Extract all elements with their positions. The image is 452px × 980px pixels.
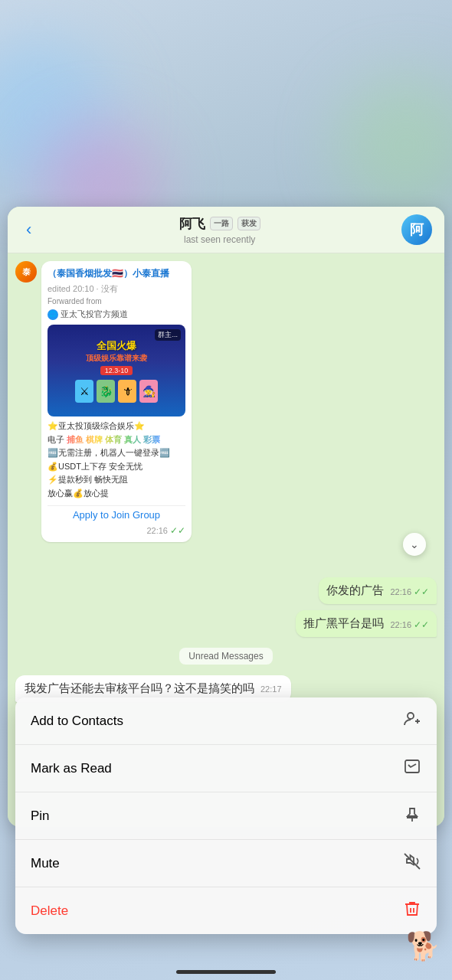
group-tag: 群主... [155, 329, 181, 341]
sent-text-2: 推广黑平台是吗 [303, 616, 384, 629]
person-add-icon [403, 710, 421, 732]
promo-characters: ⚔ 🐉 🗡 🧙 [75, 380, 158, 403]
sent-bubble-2: 推广黑平台是吗 22:16 ✓✓ [296, 610, 437, 637]
avatar[interactable]: 阿 [401, 214, 432, 245]
context-menu-pin[interactable]: Pin [15, 792, 437, 840]
message-sent-1: 你发的广告 22:16 ✓✓ [319, 577, 437, 604]
add-contacts-label: Add to Contacts [31, 714, 123, 729]
context-menu-mute[interactable]: Mute [15, 840, 437, 887]
context-menu-add-contacts[interactable]: Add to Contacts [15, 697, 437, 745]
mark-read-icon [403, 757, 421, 779]
contact-name-row: 阿飞 一路 获发 [38, 215, 401, 233]
dog-sticker: 🐕 [406, 930, 444, 969]
pin-label: Pin [31, 808, 50, 824]
unread-divider: Unread Messages [179, 648, 272, 665]
online-status: last seen recently [38, 234, 401, 245]
promo-text-items: ⭐亚太投顶级综合娱乐⭐ 电子 捕鱼 棋牌 体育 真人 彩票 🆓无需注册，机器人一… [47, 420, 185, 501]
forwarded-message-bubble: （泰国香烟批发🇹🇭）小泰直播 edited 20:10 · 没有 Forward… [41, 261, 192, 542]
msg-time-1: 22:16 ✓✓ [47, 525, 185, 536]
delete-icon [403, 900, 421, 922]
mute-label: Mute [31, 856, 60, 871]
badge-1: 一路 [210, 217, 233, 230]
forwarded-label: Forwarded from [47, 297, 185, 305]
svg-point-0 [408, 713, 414, 719]
home-indicator [176, 970, 276, 974]
mute-icon [403, 852, 421, 874]
scroll-down-button[interactable]: ⌄ [403, 533, 426, 556]
received-plain-text: 我发广告还能去审核平台吗？这不是搞笑的吗 [25, 681, 254, 694]
pin-icon [403, 805, 421, 827]
channel-name: 🌐 亚太飞投官方频道 [47, 309, 185, 320]
sent-time-1: 22:16 ✓✓ [390, 586, 429, 597]
mark-read-label: Mark as Read [31, 761, 112, 776]
chat-header: ‹ 阿飞 一路 获发 last seen recently 阿 [8, 207, 444, 253]
msg-header: （泰国香烟批发🇹🇭）小泰直播 [47, 267, 185, 280]
back-button[interactable]: ‹ [20, 217, 38, 243]
promo-subtitle-text: 顶级娱乐靠谱来袭 [86, 353, 147, 364]
apply-join-group[interactable]: Apply to Join Group [47, 505, 185, 524]
context-menu-mark-read[interactable]: Mark as Read [15, 745, 437, 792]
promo-date: 12.3-10 [100, 366, 133, 375]
message-sent-2: 推广黑平台是吗 22:16 ✓✓ [296, 610, 437, 637]
promo-container: 全国火爆 顶级娱乐靠谱来袭 12.3-10 ⚔ 🐉 🗡 🧙 群主... [47, 325, 185, 416]
contact-name: 阿飞 [179, 215, 205, 233]
context-menu: Add to Contacts Mark as Read Pin [15, 697, 437, 934]
badge-2: 获发 [237, 217, 260, 230]
sender-name: （泰国香烟批发🇹🇭）小泰直播 [47, 267, 169, 280]
sent-time-2: 22:16 ✓✓ [390, 619, 429, 630]
sent-bubble-1: 你发的广告 22:16 ✓✓ [319, 577, 437, 604]
message-received-forwarded: 泰 （泰国香烟批发🇹🇭）小泰直播 edited 20:10 · 没有 Forwa… [15, 261, 192, 542]
promo-title: 全国火爆 [97, 339, 136, 353]
sender-avatar: 泰 [15, 261, 37, 283]
edited-label: edited 20:10 · 没有 [47, 283, 185, 295]
sent-text-1: 你发的广告 [326, 583, 384, 596]
header-center: 阿飞 一路 获发 last seen recently [38, 215, 401, 245]
received-plain-time: 22:17 [260, 684, 282, 694]
context-menu-delete[interactable]: Delete [15, 887, 437, 934]
delete-label: Delete [31, 903, 68, 919]
